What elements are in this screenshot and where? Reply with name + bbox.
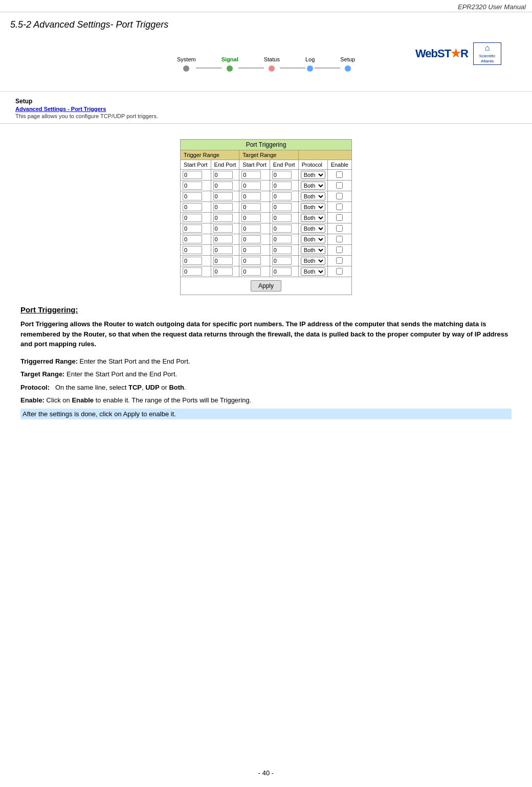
- setup-dot: [345, 65, 351, 72]
- table-row: BothTCPUDP: [181, 245, 352, 256]
- target-port-start-row0[interactable]: [241, 171, 261, 179]
- log-dot: [307, 65, 313, 72]
- table-row: BothTCPUDP: [181, 191, 352, 202]
- col-trigger-start: Start Port: [181, 160, 211, 170]
- desc-label-target: Target Range:: [20, 370, 64, 378]
- trigger-port-end-row2[interactable]: [213, 192, 233, 200]
- target-port-end-row1[interactable]: [272, 182, 292, 190]
- enable-checkbox-row9[interactable]: [336, 268, 343, 275]
- protocol-select-row6[interactable]: BothTCPUDP: [301, 235, 325, 243]
- trigger-port-start-row2[interactable]: [183, 192, 202, 200]
- nav-log[interactable]: Log: [305, 56, 315, 72]
- target-port-end-row7[interactable]: [272, 246, 292, 254]
- trigger-port-start-row6[interactable]: [183, 235, 202, 243]
- trigger-port-start-row7[interactable]: [183, 246, 202, 254]
- enable-checkbox-row6[interactable]: [336, 236, 343, 242]
- enable-checkbox-row3[interactable]: [336, 204, 343, 210]
- target-port-end-row8[interactable]: [272, 257, 292, 265]
- desc-text-triggered: Enter the Start Port and the End Port.: [78, 357, 190, 365]
- protocol-select-row1[interactable]: BothTCPUDP: [301, 182, 325, 190]
- desc-item-target: Target Range: Enter the Start Port and t…: [20, 369, 512, 379]
- target-port-start-row9[interactable]: [241, 267, 261, 276]
- trigger-port-end-row7[interactable]: [213, 246, 233, 254]
- trigger-port-start-row9[interactable]: [183, 267, 202, 276]
- protocol-select-row4[interactable]: BothTCPUDP: [301, 214, 325, 222]
- nav-signal[interactable]: Signal: [221, 56, 238, 72]
- protocol-select-row5[interactable]: BothTCPUDP: [301, 224, 325, 233]
- enable-checkbox-row2[interactable]: [336, 193, 343, 199]
- enable-checkbox-row0[interactable]: [336, 171, 343, 178]
- col-trigger-end: End Port: [211, 160, 239, 170]
- target-port-start-row6[interactable]: [241, 235, 261, 243]
- protocol-select-row2[interactable]: BothTCPUDP: [301, 192, 325, 200]
- table-row: BothTCPUDP: [181, 256, 352, 266]
- target-port-end-row6[interactable]: [272, 235, 292, 243]
- enable-checkbox-row5[interactable]: [336, 225, 343, 232]
- protocol-select-row8[interactable]: BothTCPUDP: [301, 257, 325, 265]
- trigger-port-end-row1[interactable]: [213, 182, 233, 190]
- target-port-start-row3[interactable]: [241, 203, 261, 211]
- trigger-port-end-row5[interactable]: [213, 224, 233, 233]
- setup-area: Setup Advanced Settings - Port Triggers …: [0, 92, 532, 124]
- trigger-port-end-row6[interactable]: [213, 235, 233, 243]
- trigger-port-start-row1[interactable]: [183, 182, 202, 190]
- trigger-port-start-row0[interactable]: [183, 171, 202, 179]
- table-row: BothTCPUDP: [181, 181, 352, 191]
- page-header: EPR2320 User Manual: [0, 0, 532, 12]
- target-range-header: Target Range: [239, 150, 298, 160]
- target-port-start-row1[interactable]: [241, 182, 261, 190]
- page-number: - 40 -: [258, 769, 274, 777]
- desc-main-para: Port Triggering allows the Router to wat…: [20, 319, 512, 349]
- target-port-end-row9[interactable]: [272, 267, 292, 276]
- section-title-prefix: 5.5-2 Advanced Settings-: [10, 19, 113, 30]
- nav-system[interactable]: System: [177, 56, 196, 72]
- desc-item-enable: Enable: Click on Enable to enable it. Th…: [20, 395, 512, 406]
- target-port-end-row5[interactable]: [272, 224, 292, 233]
- breadcrumb[interactable]: Advanced Settings - Port Triggers: [15, 106, 522, 112]
- table-row: BothTCPUDP: [181, 223, 352, 234]
- target-port-start-row7[interactable]: [241, 246, 261, 254]
- trigger-port-start-row3[interactable]: [183, 203, 202, 211]
- nav-area: System Signal Status Log: [0, 35, 532, 92]
- apply-button[interactable]: Apply: [251, 280, 281, 291]
- protocol-select-row0[interactable]: BothTCPUDP: [301, 171, 325, 179]
- target-port-start-row5[interactable]: [241, 224, 261, 233]
- nav-setup[interactable]: Setup: [340, 56, 355, 72]
- nav-status[interactable]: Status: [264, 56, 280, 72]
- target-port-end-row3[interactable]: [272, 203, 292, 211]
- trigger-port-end-row4[interactable]: [213, 214, 233, 222]
- table-row: BothTCPUDP: [181, 202, 352, 213]
- enable-checkbox-row4[interactable]: [336, 214, 343, 221]
- trigger-port-start-row8[interactable]: [183, 257, 202, 265]
- enable-checkbox-row1[interactable]: [336, 182, 343, 189]
- enable-checkbox-row7[interactable]: [336, 246, 343, 253]
- protocol-select-row7[interactable]: BothTCPUDP: [301, 246, 325, 254]
- connector2: [238, 68, 264, 69]
- trigger-port-end-row0[interactable]: [213, 171, 233, 179]
- target-port-end-row0[interactable]: [272, 171, 292, 179]
- trigger-port-start-row5[interactable]: [183, 224, 202, 233]
- trigger-port-end-row3[interactable]: [213, 203, 233, 211]
- port-triggering-table: Port Triggering Trigger Range Target Ran…: [180, 139, 352, 295]
- target-port-start-row8[interactable]: [241, 257, 261, 265]
- desc-label-triggered: Triggerred Range:: [20, 357, 78, 365]
- desc-item-triggered: Triggerred Range: Enter the Start Port a…: [20, 356, 512, 367]
- trigger-port-end-row9[interactable]: [213, 267, 233, 276]
- description-section: Port Triggering: Port Triggering allows …: [15, 305, 517, 419]
- system-dot: [183, 65, 189, 72]
- trigger-port-end-row8[interactable]: [213, 257, 233, 265]
- target-port-end-row2[interactable]: [272, 192, 292, 200]
- protocol-select-row9[interactable]: BothTCPUDP: [301, 267, 325, 276]
- apply-row: Apply: [181, 277, 352, 295]
- trigger-port-start-row4[interactable]: [183, 214, 202, 222]
- desc-heading: Port Triggering:: [20, 305, 512, 314]
- connector4: [315, 68, 340, 69]
- target-port-start-row4[interactable]: [241, 214, 261, 222]
- target-port-end-row4[interactable]: [272, 214, 292, 222]
- manual-title: EPR2320 User Manual: [458, 3, 526, 11]
- table-row: BothTCPUDP: [181, 170, 352, 181]
- enable-checkbox-row8[interactable]: [336, 257, 343, 264]
- col-target-end: End Port: [270, 160, 298, 170]
- target-port-start-row2[interactable]: [241, 192, 261, 200]
- protocol-select-row3[interactable]: BothTCPUDP: [301, 203, 325, 211]
